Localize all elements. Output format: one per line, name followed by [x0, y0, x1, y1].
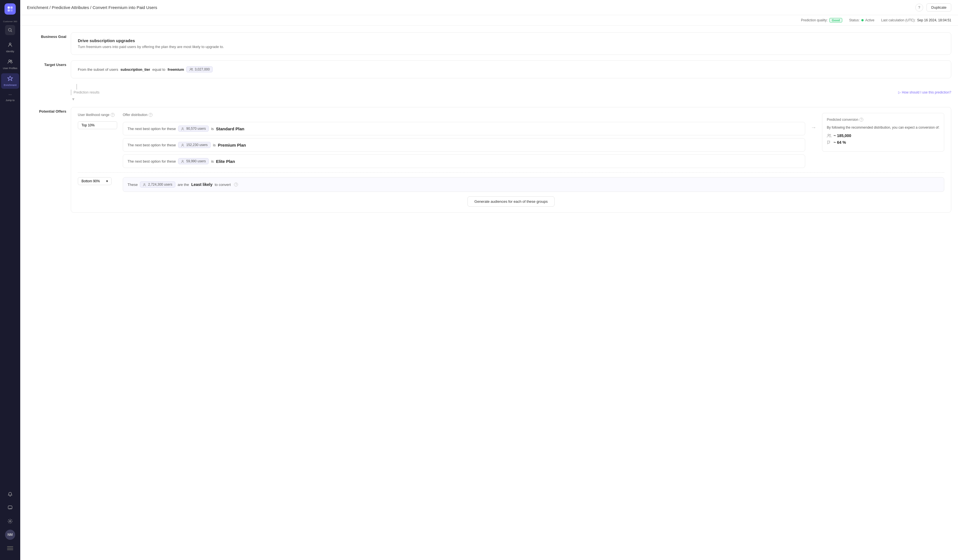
- bottom-count: 2,724,300 users: [148, 182, 172, 187]
- sidebar-nav: Identity User Profiles Enrichment: [0, 40, 20, 489]
- sidebar: Customer 360 Identity: [0, 0, 20, 560]
- svg-point-22: [144, 184, 145, 185]
- target-users-row: From the subset of users subscription_ti…: [78, 66, 944, 73]
- search-button[interactable]: [5, 25, 15, 35]
- offer-2-name: Elite Plan: [216, 159, 235, 164]
- svg-rect-1: [10, 6, 13, 9]
- conversion-help-icon[interactable]: ?: [860, 118, 863, 122]
- sidebar-item-more[interactable]: ··· Jump to: [1, 90, 19, 104]
- sidebar-item-user-profiles[interactable]: User Profiles: [1, 57, 19, 72]
- notifications-button[interactable]: [5, 489, 15, 499]
- duplicate-button[interactable]: Duplicate: [926, 3, 951, 11]
- svg-point-16: [192, 68, 193, 70]
- status-dot-icon: [861, 19, 864, 21]
- svg-rect-0: [8, 6, 10, 9]
- svg-point-7: [9, 60, 10, 62]
- target-users-value: freemium: [168, 67, 184, 72]
- last-calc-item: Last calculation (UTC): Sep 16 2024, 18:…: [881, 18, 952, 22]
- status-label: Status:: [849, 18, 860, 22]
- prediction-results-label: Prediction results: [74, 90, 100, 94]
- footer-icon[interactable]: [5, 543, 15, 553]
- potential-offers-card: User likelihood range ? Top 10% Offer di…: [71, 107, 951, 213]
- business-goal-title: Drive subscription upgrades: [78, 38, 944, 43]
- users-stat-icon: [827, 133, 831, 138]
- potential-offers-section: Potential Offers User likelihood range ?…: [27, 107, 951, 213]
- user-avatar[interactable]: NM: [5, 530, 15, 540]
- down-arrow-icon: ▼: [71, 97, 75, 101]
- how-to-link[interactable]: ▷ How should I use this prediction?: [898, 90, 951, 94]
- bottom-percent-dropdown[interactable]: Bottom 90% ▾: [78, 177, 111, 185]
- connector: [71, 84, 77, 90]
- prediction-quality-item: Prediction quality: Good: [801, 18, 842, 22]
- generate-audiences-button[interactable]: Generate audiences for each of these gro…: [468, 196, 555, 207]
- last-calc-value: Sep 16 2024, 18:04:51: [917, 18, 951, 22]
- flag-icon: [827, 140, 831, 145]
- bottom-count-badge: 2,724,300 users: [140, 182, 175, 188]
- svg-point-11: [10, 521, 11, 522]
- prediction-quality-badge: Good: [830, 18, 842, 22]
- last-calc-label: Last calculation (UTC):: [881, 18, 915, 22]
- user-profiles-icon: [7, 59, 13, 66]
- conversion-user-count: ~ 185,000: [834, 133, 851, 138]
- offer-1-count-badge: 152,230 users: [178, 142, 211, 148]
- prediction-label-group: Prediction results: [71, 90, 100, 95]
- prediction-connector-row: Prediction results ▷ How should I use th…: [27, 84, 951, 101]
- identity-icon: [7, 42, 13, 49]
- status-value: Active: [865, 18, 875, 22]
- main-content: Enrichment / Predictive Attributes / Con…: [20, 0, 958, 560]
- help-button[interactable]: ?: [915, 4, 923, 11]
- conversion-user-stat: ~ 185,000: [827, 133, 939, 138]
- enrichment-label: Enrichment: [4, 84, 17, 87]
- offer-2-count-badge: 59,990 users: [178, 158, 209, 164]
- prediction-quality-label: Prediction quality:: [801, 18, 828, 22]
- bottom-middle-text: are the: [178, 182, 189, 187]
- offer-distribution-header: Offer distribution ?: [123, 113, 805, 117]
- generate-btn-row: Generate audiences for each of these gro…: [78, 196, 944, 207]
- users-icon: [189, 67, 193, 71]
- sidebar-item-enrichment[interactable]: Enrichment: [1, 73, 19, 89]
- breadcrumb: Enrichment / Predictive Attributes / Con…: [27, 5, 157, 10]
- svg-point-21: [830, 134, 831, 135]
- conversion-title: Predicted conversion ?: [827, 118, 939, 122]
- offer-distribution-help-icon[interactable]: ?: [149, 113, 152, 117]
- settings-button[interactable]: [5, 516, 15, 526]
- jump-to-label: Jump to: [6, 99, 14, 102]
- likelihood-help-icon[interactable]: ?: [111, 113, 115, 117]
- prediction-results-header: Prediction results ▷ How should I use th…: [71, 90, 951, 97]
- offer-2-prefix: The next best option for these: [128, 159, 176, 163]
- likelihood-range-header: User likelihood range ?: [78, 113, 117, 117]
- topbar-actions: ? Duplicate: [915, 3, 951, 11]
- avatar-initials: NM: [8, 533, 13, 537]
- offer-0-prefix: The next best option for these: [128, 127, 176, 131]
- svg-rect-14: [7, 549, 13, 550]
- offer-row-2: The next best option for these 59,990 us…: [123, 155, 805, 168]
- sidebar-item-identity[interactable]: Identity: [1, 40, 19, 55]
- topbar: Enrichment / Predictive Attributes / Con…: [20, 0, 958, 15]
- offer-1-name: Premium Plan: [218, 143, 246, 147]
- offer-row-1: The next best option for these 152,230 u…: [123, 138, 805, 152]
- target-users-count-badge: 3,027,000: [186, 66, 213, 73]
- predicted-conversion-panel: Predicted conversion ? By following the …: [822, 113, 944, 152]
- users-small-icon-2: [181, 160, 185, 163]
- svg-point-15: [190, 68, 192, 70]
- target-users-section: Target Users From the subset of users su…: [27, 60, 951, 78]
- top-percent-dropdown[interactable]: Top 10%: [78, 121, 117, 129]
- svg-point-20: [828, 134, 830, 136]
- offer-0-is: is: [211, 127, 214, 131]
- bottom-offer-row: These 2,724,300 users are the Least like…: [123, 177, 944, 192]
- bottom-help-icon[interactable]: ?: [234, 182, 238, 187]
- business-goal-desc: Turn freemium users into paid users by o…: [78, 45, 944, 49]
- business-goal-label: Business Goal: [27, 32, 66, 39]
- chat-button[interactable]: [5, 503, 15, 513]
- svg-rect-3: [10, 9, 13, 11]
- offer-1-count: 152,230 users: [186, 143, 208, 147]
- target-users-operator: equal to: [152, 67, 165, 72]
- bottom-middle: These 2,724,300 users are the Least like…: [123, 177, 944, 192]
- users-bottom-icon: [143, 183, 147, 187]
- users-small-icon-1: [181, 143, 185, 147]
- svg-point-6: [9, 43, 11, 45]
- enrichment-icon: [7, 76, 13, 82]
- svg-rect-13: [7, 548, 13, 549]
- app-logo[interactable]: [5, 3, 16, 14]
- offer-2-is: is: [211, 159, 214, 163]
